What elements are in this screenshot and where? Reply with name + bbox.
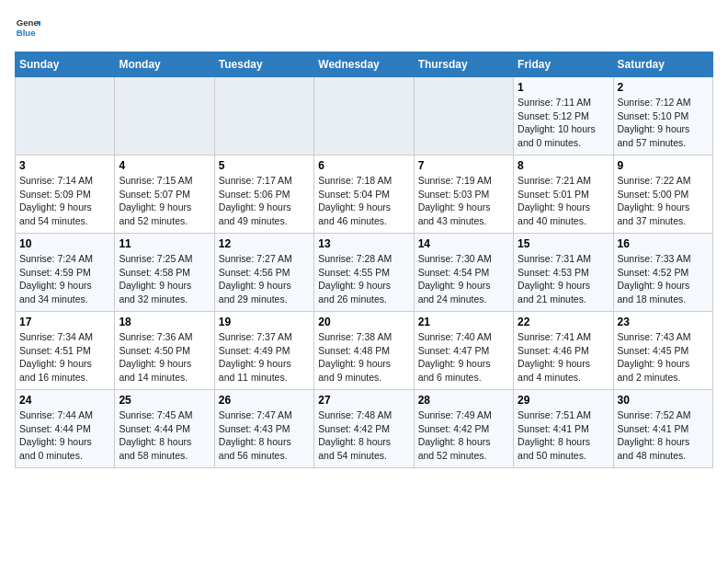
calendar-day-cell: 1Sunrise: 7:11 AMSunset: 5:12 PMDaylight… [514, 77, 613, 155]
calendar-day-cell: 15Sunrise: 7:31 AMSunset: 4:53 PMDayligh… [514, 234, 613, 312]
day-number: 22 [518, 316, 609, 328]
calendar-week-row: 17Sunrise: 7:34 AMSunset: 4:51 PMDayligh… [16, 312, 713, 390]
day-info: Sunrise: 7:48 AMSunset: 4:42 PMDaylight:… [318, 408, 409, 463]
day-number: 8 [518, 159, 609, 172]
calendar-day-cell: 13Sunrise: 7:28 AMSunset: 4:55 PMDayligh… [314, 234, 414, 312]
day-info: Sunrise: 7:19 AMSunset: 5:03 PMDaylight:… [418, 174, 509, 228]
calendar-day-cell: 29Sunrise: 7:51 AMSunset: 4:41 PMDayligh… [514, 390, 613, 468]
day-info: Sunrise: 7:24 AMSunset: 4:59 PMDaylight:… [19, 252, 110, 306]
day-info: Sunrise: 7:34 AMSunset: 4:51 PMDaylight:… [19, 330, 110, 385]
day-info: Sunrise: 7:12 AMSunset: 5:10 PMDaylight:… [618, 96, 709, 150]
day-number: 23 [618, 316, 709, 328]
day-info: Sunrise: 7:45 AMSunset: 4:44 PMDaylight:… [119, 408, 210, 463]
calendar-day-cell: 14Sunrise: 7:30 AMSunset: 4:54 PMDayligh… [414, 234, 513, 312]
day-number: 18 [119, 316, 210, 328]
calendar-day-cell: 16Sunrise: 7:33 AMSunset: 4:52 PMDayligh… [613, 234, 712, 312]
day-info: Sunrise: 7:15 AMSunset: 5:07 PMDaylight:… [119, 174, 210, 228]
calendar-day-cell: 10Sunrise: 7:24 AMSunset: 4:59 PMDayligh… [16, 234, 115, 312]
day-info: Sunrise: 7:21 AMSunset: 5:01 PMDaylight:… [518, 174, 609, 228]
calendar-table: SundayMondayTuesdayWednesdayThursdayFrid… [15, 52, 713, 468]
calendar-day-cell: 6Sunrise: 7:18 AMSunset: 5:04 PMDaylight… [314, 155, 414, 234]
day-info: Sunrise: 7:31 AMSunset: 4:53 PMDaylight:… [518, 252, 609, 306]
day-info: Sunrise: 7:27 AMSunset: 4:56 PMDaylight:… [219, 252, 310, 306]
day-number: 5 [219, 159, 310, 172]
day-info: Sunrise: 7:37 AMSunset: 4:49 PMDaylight:… [219, 330, 310, 385]
calendar-day-cell [115, 77, 214, 155]
calendar-day-cell: 12Sunrise: 7:27 AMSunset: 4:56 PMDayligh… [214, 234, 313, 312]
day-number: 1 [518, 81, 609, 94]
day-number: 14 [418, 237, 509, 250]
svg-text:Blue: Blue [17, 28, 36, 38]
logo: General Blue [15, 15, 40, 40]
weekday-header-saturday: Saturday [613, 52, 712, 77]
day-number: 3 [19, 159, 110, 172]
day-number: 7 [418, 159, 509, 172]
day-number: 29 [518, 394, 609, 407]
calendar-day-cell: 30Sunrise: 7:52 AMSunset: 4:41 PMDayligh… [613, 390, 712, 468]
calendar-day-cell: 26Sunrise: 7:47 AMSunset: 4:43 PMDayligh… [214, 390, 313, 468]
weekday-header-tuesday: Tuesday [214, 52, 313, 77]
calendar-day-cell: 3Sunrise: 7:14 AMSunset: 5:09 PMDaylight… [16, 155, 115, 234]
day-number: 9 [618, 159, 709, 172]
day-info: Sunrise: 7:18 AMSunset: 5:04 PMDaylight:… [318, 174, 409, 228]
day-info: Sunrise: 7:44 AMSunset: 4:44 PMDaylight:… [19, 408, 110, 463]
day-number: 27 [318, 394, 409, 407]
day-number: 6 [318, 159, 409, 172]
calendar-day-cell: 24Sunrise: 7:44 AMSunset: 4:44 PMDayligh… [16, 390, 115, 468]
day-info: Sunrise: 7:11 AMSunset: 5:12 PMDaylight:… [518, 96, 609, 150]
day-number: 19 [219, 316, 310, 328]
calendar-day-cell: 20Sunrise: 7:38 AMSunset: 4:48 PMDayligh… [314, 312, 414, 390]
day-number: 16 [618, 237, 709, 250]
calendar-day-cell: 27Sunrise: 7:48 AMSunset: 4:42 PMDayligh… [314, 390, 414, 468]
calendar-day-cell: 11Sunrise: 7:25 AMSunset: 4:58 PMDayligh… [115, 234, 214, 312]
day-info: Sunrise: 7:22 AMSunset: 5:00 PMDaylight:… [618, 174, 709, 228]
calendar-day-cell: 21Sunrise: 7:40 AMSunset: 4:47 PMDayligh… [414, 312, 513, 390]
day-number: 30 [618, 394, 709, 407]
day-number: 25 [119, 394, 210, 407]
calendar-week-row: 10Sunrise: 7:24 AMSunset: 4:59 PMDayligh… [16, 234, 713, 312]
day-number: 13 [318, 237, 409, 250]
calendar-day-cell: 22Sunrise: 7:41 AMSunset: 4:46 PMDayligh… [514, 312, 613, 390]
calendar-week-row: 24Sunrise: 7:44 AMSunset: 4:44 PMDayligh… [16, 390, 713, 468]
day-info: Sunrise: 7:41 AMSunset: 4:46 PMDaylight:… [518, 330, 609, 385]
day-number: 20 [318, 316, 409, 328]
day-info: Sunrise: 7:52 AMSunset: 4:41 PMDaylight:… [618, 408, 709, 463]
day-info: Sunrise: 7:49 AMSunset: 4:42 PMDaylight:… [418, 408, 509, 463]
day-info: Sunrise: 7:33 AMSunset: 4:52 PMDaylight:… [618, 252, 709, 306]
weekday-header-friday: Friday [514, 52, 613, 77]
calendar-day-cell: 8Sunrise: 7:21 AMSunset: 5:01 PMDaylight… [514, 155, 613, 234]
calendar-day-cell: 23Sunrise: 7:43 AMSunset: 4:45 PMDayligh… [613, 312, 712, 390]
day-number: 28 [418, 394, 509, 407]
calendar-day-cell: 9Sunrise: 7:22 AMSunset: 5:00 PMDaylight… [613, 155, 712, 234]
calendar-day-cell [214, 77, 313, 155]
calendar-day-cell: 18Sunrise: 7:36 AMSunset: 4:50 PMDayligh… [115, 312, 214, 390]
day-info: Sunrise: 7:47 AMSunset: 4:43 PMDaylight:… [219, 408, 310, 463]
weekday-header-wednesday: Wednesday [314, 52, 414, 77]
day-number: 2 [618, 81, 709, 94]
header: General Blue [15, 15, 713, 40]
day-info: Sunrise: 7:51 AMSunset: 4:41 PMDaylight:… [518, 408, 609, 463]
day-info: Sunrise: 7:36 AMSunset: 4:50 PMDaylight:… [119, 330, 210, 385]
day-info: Sunrise: 7:30 AMSunset: 4:54 PMDaylight:… [418, 252, 509, 306]
calendar-day-cell: 28Sunrise: 7:49 AMSunset: 4:42 PMDayligh… [414, 390, 513, 468]
day-number: 10 [19, 237, 110, 250]
day-number: 12 [219, 237, 310, 250]
calendar-day-cell: 4Sunrise: 7:15 AMSunset: 5:07 PMDaylight… [115, 155, 214, 234]
day-number: 4 [119, 159, 210, 172]
calendar-day-cell: 17Sunrise: 7:34 AMSunset: 4:51 PMDayligh… [16, 312, 115, 390]
weekday-header-thursday: Thursday [414, 52, 513, 77]
day-number: 21 [418, 316, 509, 328]
calendar-day-cell [414, 77, 513, 155]
weekday-header-sunday: Sunday [16, 52, 115, 77]
svg-text:General: General [17, 17, 40, 28]
day-info: Sunrise: 7:25 AMSunset: 4:58 PMDaylight:… [119, 252, 210, 306]
calendar-day-cell: 7Sunrise: 7:19 AMSunset: 5:03 PMDaylight… [414, 155, 513, 234]
calendar-week-row: 1Sunrise: 7:11 AMSunset: 5:12 PMDaylight… [16, 77, 713, 155]
calendar-day-cell: 19Sunrise: 7:37 AMSunset: 4:49 PMDayligh… [214, 312, 313, 390]
calendar-week-row: 3Sunrise: 7:14 AMSunset: 5:09 PMDaylight… [16, 155, 713, 234]
day-info: Sunrise: 7:43 AMSunset: 4:45 PMDaylight:… [618, 330, 709, 385]
day-number: 26 [219, 394, 310, 407]
calendar-day-cell: 25Sunrise: 7:45 AMSunset: 4:44 PMDayligh… [115, 390, 214, 468]
day-info: Sunrise: 7:40 AMSunset: 4:47 PMDaylight:… [418, 330, 509, 385]
weekday-header-monday: Monday [115, 52, 214, 77]
